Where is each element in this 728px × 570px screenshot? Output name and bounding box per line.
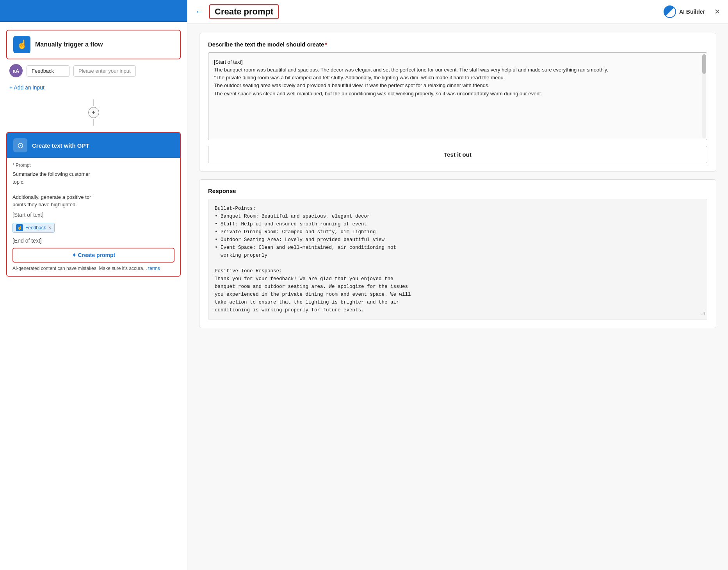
feedback-tag-close[interactable]: × <box>48 225 51 231</box>
input-placeholder-box: Please enter your input <box>73 65 136 77</box>
page-title-box: Create prompt <box>209 4 279 19</box>
prompt-textarea-wrapper <box>208 52 707 140</box>
close-button[interactable]: ✕ <box>714 7 720 16</box>
terms-link[interactable]: terms <box>148 266 160 271</box>
prompt-section: Describe the text the model should creat… <box>199 33 716 172</box>
feedback-tag-label: Feedback <box>25 225 46 231</box>
required-star: * <box>325 41 328 48</box>
describe-label: Describe the text the model should creat… <box>208 41 707 48</box>
right-panel: ← Create prompt AI Builder ✕ Describe th… <box>187 0 728 570</box>
response-section: Response Bullet-Points: • Banquet Room: … <box>199 179 716 328</box>
feedback-label-box: Feedback <box>27 65 69 77</box>
prompt-textarea[interactable] <box>208 53 707 139</box>
left-top-bar <box>0 0 187 22</box>
page-title: Create prompt <box>215 7 273 16</box>
right-content: Describe the text the model should creat… <box>187 23 728 570</box>
scrollbar-track <box>702 54 706 138</box>
prompt-text: Summarize the following customer topic. … <box>12 170 174 209</box>
response-title: Response <box>208 188 707 194</box>
add-input-button[interactable]: + Add an input <box>6 82 181 93</box>
start-of-text: [Start of text] <box>12 212 174 218</box>
left-content: ☝ Manually trigger a flow aA Feedback Pl… <box>0 22 187 570</box>
ai-builder-icon <box>664 5 676 18</box>
connector-plus-button[interactable]: + <box>88 107 99 118</box>
feedback-tag-icon: ☝ <box>16 224 23 231</box>
left-panel: ☝ Manually trigger a flow aA Feedback Pl… <box>0 0 187 570</box>
connector-dot <box>93 99 94 106</box>
avatar: aA <box>9 64 23 77</box>
resize-handle[interactable]: ⊿ <box>701 309 705 318</box>
response-box: Bullet-Points: • Banquet Room: Beautiful… <box>208 199 707 320</box>
create-prompt-button[interactable]: ✦ Create prompt <box>12 248 174 263</box>
right-header: ← Create prompt AI Builder ✕ <box>187 0 728 23</box>
add-input-label: + Add an input <box>9 84 44 91</box>
connector: + <box>6 99 181 126</box>
scrollbar-thumb[interactable] <box>702 54 706 74</box>
trigger-label: Manually trigger a flow <box>35 41 103 48</box>
back-button[interactable]: ← <box>195 7 204 17</box>
gpt-label: Create text with GPT <box>32 142 89 149</box>
test-it-out-button[interactable]: Test it out <box>208 146 707 163</box>
gpt-block: ⊙ Create text with GPT * Prompt Summariz… <box>6 132 181 277</box>
gpt-header[interactable]: ⊙ Create text with GPT <box>7 133 180 158</box>
create-prompt-label: ✦ Create prompt <box>72 252 116 258</box>
feedback-tag[interactable]: ☝ Feedback × <box>12 223 55 233</box>
ai-note: AI-generated content can have mistakes. … <box>12 266 174 271</box>
prompt-label: * Prompt <box>12 163 174 168</box>
trigger-block[interactable]: ☝ Manually trigger a flow <box>6 30 181 59</box>
response-text: Bullet-Points: • Banquet Room: Beautiful… <box>215 206 411 313</box>
gpt-body: * Prompt Summarize the following custome… <box>7 158 180 276</box>
input-row: aA Feedback Please enter your input <box>6 64 181 77</box>
end-of-text: [End of text] <box>12 238 174 244</box>
ai-builder-label: AI Builder <box>679 9 705 15</box>
ai-builder-logo: AI Builder <box>664 5 705 18</box>
trigger-icon: ☝ <box>13 36 30 53</box>
test-btn-label: Test it out <box>444 151 472 158</box>
gpt-icon: ⊙ <box>13 138 27 152</box>
connector-dot2 <box>93 119 94 126</box>
